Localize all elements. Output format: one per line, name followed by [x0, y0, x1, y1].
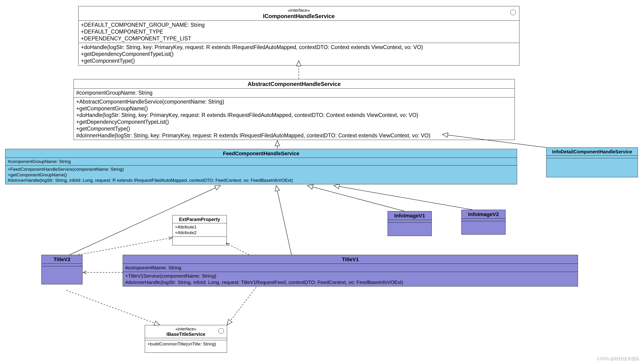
svg-line-8: [227, 287, 256, 325]
class-name: InfoImageV1: [388, 211, 432, 220]
class-name: FeedComponentHandleService: [6, 149, 517, 158]
class-name: InfoDetailComponentHandleService: [546, 148, 638, 156]
uml-canvas: «interface» IComponentHandleService +DEF…: [0, 0, 644, 364]
operations: +buildCommonTitle(oriTitle: String): [145, 340, 227, 348]
class-name: ExtParamProperty: [173, 215, 227, 223]
class-AbstractComponentHandleService: AbstractComponentHandleService #componen…: [74, 79, 515, 140]
watermark-text: CSDN @转转技术团队: [597, 356, 640, 362]
class-FeedComponentHandleService: FeedComponentHandleService #componentGro…: [5, 149, 517, 184]
class-IComponentHandleService: «interface» IComponentHandleService +DEF…: [78, 6, 519, 66]
class-InfoDetailComponentHandleService: InfoDetailComponentHandleService: [546, 148, 638, 177]
attributes: #componentGroupName: String: [6, 158, 517, 165]
operations: +FeedComponentHandleService(componentNam…: [6, 166, 517, 184]
operations: +AbstractComponentHandleService(componen…: [74, 98, 514, 140]
class-InfoImageV1: InfoImageV1: [388, 211, 432, 236]
class-name: IBaseTitleService: [147, 332, 224, 337]
attributes: #componentName: String: [123, 264, 578, 272]
class-ExtParamProperty: ExtParamProperty +Attribute1 +Attribute2: [172, 215, 227, 246]
svg-line-6: [334, 186, 472, 210]
svg-line-9: [78, 238, 172, 255]
class-name: TitleV2: [42, 255, 82, 264]
class-TitleV2: TitleV2: [41, 255, 83, 284]
class-InfoImageV2: InfoImageV2: [461, 210, 506, 234]
class-name: IComponentHandleService: [81, 13, 517, 20]
operations: +doHandle(logStr: String, key: PrimaryKe…: [79, 43, 519, 65]
stereotype: «interface»: [147, 327, 224, 332]
svg-line-7: [66, 290, 160, 325]
stereotype: «interface»: [81, 8, 517, 13]
class-name: TitleV1: [123, 255, 578, 264]
attributes: +DEFAULT_COMPONENT_GROUP_NAME: String +D…: [79, 21, 519, 43]
attributes: +Attribute1 +Attribute2: [173, 223, 227, 236]
class-IBaseTitleService: «interface» IBaseTitleService +buildComm…: [145, 325, 227, 353]
interface-decorator-icon: [510, 10, 516, 15]
attributes: #componentGroupName: String: [74, 88, 514, 97]
class-name: AbstractComponentHandleService: [74, 80, 514, 88]
operations: +TitleV1Service(componentName: String) #…: [123, 272, 578, 286]
svg-line-4: [276, 186, 291, 255]
svg-line-10: [226, 243, 249, 255]
interface-decorator-icon: [218, 328, 224, 334]
svg-line-5: [307, 186, 404, 211]
class-TitleV1: TitleV1 #componentName: String +TitleV1S…: [123, 255, 578, 286]
class-name: InfoImageV2: [462, 210, 505, 218]
